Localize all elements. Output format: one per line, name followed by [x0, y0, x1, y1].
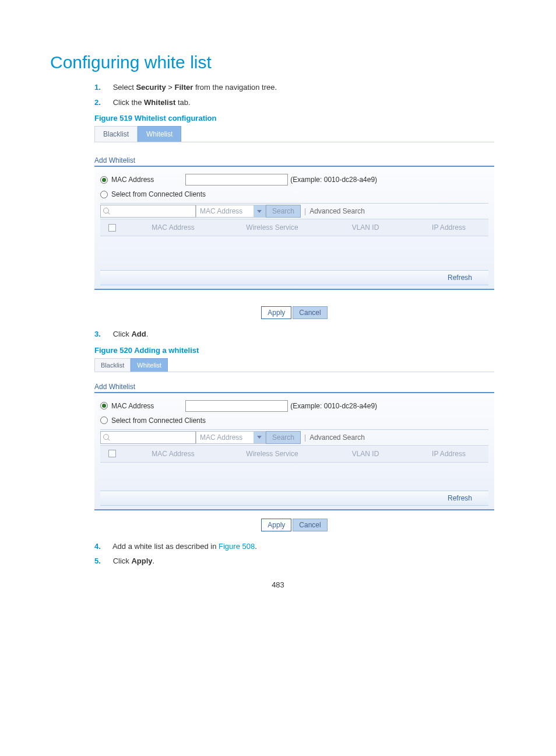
radio-select-clients[interactable]: [100, 191, 108, 198]
radio-row-mac: MAC Address (Example: 0010-dc28-a4e9): [100, 174, 488, 186]
tab-blacklist[interactable]: Blacklist: [94, 358, 131, 372]
radio-row-clients: Select from Connected Clients: [100, 190, 488, 198]
step-number: 2.: [94, 97, 111, 108]
step-text: .: [255, 542, 257, 551]
step-text: Add a white list as described in: [112, 542, 219, 551]
chevron-down-icon: [254, 205, 265, 217]
add-whitelist-panel: MAC Address (Example: 0010-dc28-a4e9) Se…: [94, 166, 494, 290]
refresh-link[interactable]: Refresh: [448, 494, 472, 502]
col-wireless-service: Wireless Service: [223, 450, 322, 458]
step-text: tab.: [175, 98, 190, 107]
step-1: 1. Select Security > Filter from the nav…: [94, 82, 506, 93]
search-button[interactable]: Search: [266, 205, 301, 218]
steps-list: 1. Select Security > Filter from the nav…: [94, 82, 506, 108]
step-bold: Add: [131, 330, 146, 338]
search-input-wrap: [100, 431, 196, 444]
search-button[interactable]: Search: [266, 431, 301, 444]
refresh-link[interactable]: Refresh: [448, 274, 472, 282]
advanced-search-link[interactable]: Advanced Search: [309, 207, 365, 215]
search-input[interactable]: [112, 206, 188, 216]
search-field-select[interactable]: MAC Address: [196, 431, 266, 444]
action-row: Apply Cancel: [94, 306, 494, 319]
col-mac-address: MAC Address: [124, 223, 223, 232]
tab-bar: Blacklist Whitelist: [94, 358, 494, 372]
figure-link-508[interactable]: Figure 508: [219, 542, 255, 551]
apply-button[interactable]: Apply: [261, 306, 291, 319]
radio-label: Select from Connected Clients: [111, 416, 206, 425]
tab-blacklist[interactable]: Blacklist: [94, 126, 138, 142]
step-text: Click: [113, 556, 132, 565]
step-text: Click the: [113, 98, 144, 107]
add-whitelist-panel: MAC Address (Example: 0010-dc28-a4e9) Se…: [94, 392, 494, 510]
separator: |: [304, 207, 306, 215]
step-number: 1.: [94, 82, 111, 93]
step-bold: Apply: [131, 556, 152, 565]
table-header: MAC Address Wireless Service VLAN ID IP …: [100, 219, 488, 236]
panel-label-add-whitelist: Add Whitelist: [94, 156, 494, 164]
col-ip-address: IP Address: [409, 223, 488, 232]
step-3: 3. Click Add.: [94, 328, 506, 340]
step-text: Select: [113, 83, 136, 92]
radio-row-clients: Select from Connected Clients: [100, 416, 488, 425]
select-all-checkbox[interactable]: [108, 450, 116, 457]
panel-label-add-whitelist: Add Whitelist: [94, 383, 494, 391]
search-field-select[interactable]: MAC Address: [196, 205, 266, 218]
figure-520: Blacklist Whitelist Add Whitelist MAC Ad…: [94, 358, 494, 531]
mac-address-input[interactable]: [185, 400, 288, 412]
page-title: Configuring white list: [50, 52, 506, 72]
apply-button[interactable]: Apply: [261, 519, 291, 531]
radio-row-mac: MAC Address (Example: 0010-dc28-a4e9): [100, 400, 488, 412]
tab-whitelist[interactable]: Whitelist: [138, 126, 181, 142]
search-input-wrap: [100, 205, 196, 218]
search-row: MAC Address Search | Advanced Search: [100, 429, 488, 444]
radio-select-clients[interactable]: [100, 416, 108, 424]
search-icon: [103, 208, 110, 215]
col-mac-address: MAC Address: [124, 450, 223, 458]
search-icon: [103, 434, 110, 441]
step-bold: Filter: [175, 83, 193, 92]
mac-example-text: (Example: 0010-dc28-a4e9): [290, 176, 377, 184]
mac-address-input[interactable]: [185, 174, 288, 186]
table-header: MAC Address Wireless Service VLAN ID IP …: [100, 445, 488, 463]
step-number: 5.: [94, 555, 111, 567]
tab-whitelist[interactable]: Whitelist: [131, 358, 168, 372]
step-bold: Whitelist: [144, 98, 175, 107]
step-5: 5. Click Apply.: [94, 555, 506, 567]
step-text: Click: [113, 330, 132, 338]
select-all-checkbox[interactable]: [108, 224, 116, 232]
page-number: 483: [0, 580, 556, 589]
radio-label: MAC Address: [111, 402, 154, 410]
col-ip-address: IP Address: [409, 450, 488, 458]
chevron-down-icon: [254, 432, 265, 443]
cancel-button[interactable]: Cancel: [293, 519, 327, 531]
select-label: MAC Address: [200, 207, 242, 215]
figure-caption-520: Figure 520 Adding a whitelist: [94, 346, 506, 355]
figure-519: Blacklist Whitelist Add Whitelist MAC Ad…: [94, 126, 494, 319]
search-input[interactable]: [112, 432, 188, 443]
advanced-search-link[interactable]: Advanced Search: [309, 433, 365, 442]
figure-caption-519: Figure 519 Whitelist configuration: [94, 114, 506, 123]
col-vlan-id: VLAN ID: [322, 223, 409, 232]
col-vlan-id: VLAN ID: [322, 450, 409, 458]
step-text: from the navigation tree.: [193, 83, 277, 92]
radio-label: Select from Connected Clients: [111, 190, 206, 198]
bottom-bar: Refresh: [100, 270, 488, 285]
bottom-bar: Refresh: [100, 491, 488, 506]
step-text: .: [153, 556, 155, 565]
tab-bar: Blacklist Whitelist: [94, 126, 494, 142]
step-text: .: [146, 330, 149, 338]
search-row: MAC Address Search | Advanced Search: [100, 203, 488, 218]
radio-mac-address[interactable]: [100, 176, 108, 184]
step-number: 3.: [94, 328, 111, 340]
select-label: MAC Address: [200, 433, 242, 442]
step-2: 2. Click the Whitelist tab.: [94, 97, 506, 108]
col-wireless-service: Wireless Service: [223, 223, 322, 232]
cancel-button[interactable]: Cancel: [293, 306, 327, 319]
step-4: 4. Add a white list as described in Figu…: [94, 541, 506, 552]
step-text: >: [166, 83, 175, 92]
radio-mac-address[interactable]: [100, 402, 108, 410]
step-bold: Security: [136, 83, 166, 92]
action-row: Apply Cancel: [94, 519, 494, 531]
step-number: 4.: [94, 541, 111, 552]
mac-example-text: (Example: 0010-dc28-a4e9): [290, 402, 377, 410]
